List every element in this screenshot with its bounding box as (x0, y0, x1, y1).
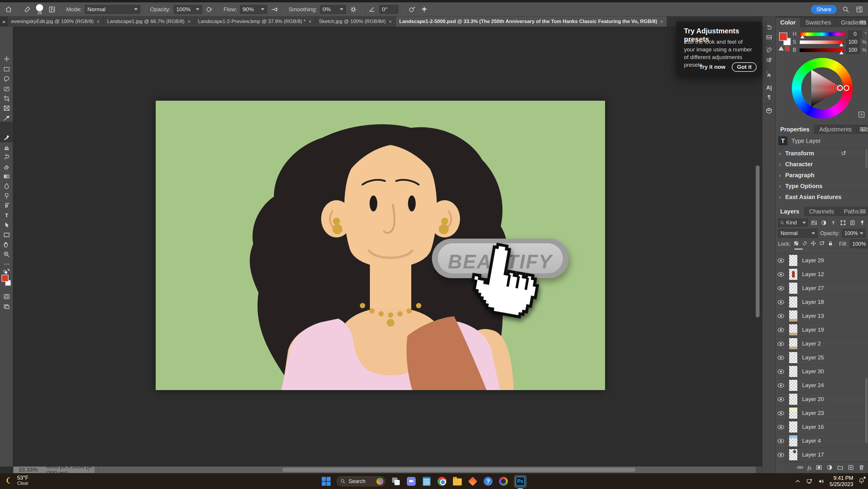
layer-name[interactable]: Layer 13 (802, 313, 824, 319)
layer-row[interactable]: Layer 24 (776, 379, 868, 392)
shape-tool[interactable] (0, 230, 13, 240)
status-chevron-right[interactable]: › (88, 466, 90, 473)
layer-row[interactable]: Layer 18 (776, 295, 868, 309)
path-selection-tool[interactable] (0, 220, 13, 230)
layer-row[interactable]: Layer 29 (776, 254, 868, 267)
horizontal-scrollbar[interactable] (282, 468, 636, 472)
tray-chevron-up-icon[interactable] (794, 478, 801, 485)
got-it-button[interactable]: Got it (732, 62, 756, 72)
weather-widget[interactable]: 53°F Clear (5, 475, 28, 486)
slider-value[interactable]: 100 (846, 46, 860, 54)
filter-adjustment-layers-icon[interactable] (820, 219, 827, 226)
pressure-size-icon[interactable] (408, 5, 417, 14)
layer-thumbnail[interactable] (789, 310, 798, 322)
visibility-eye-icon[interactable] (776, 337, 786, 351)
layer-name[interactable]: Layer 2 (802, 340, 821, 347)
panel-tab[interactable]: Swatches (801, 18, 836, 27)
layer-thumbnail[interactable] (789, 365, 798, 378)
layer-thumbnail[interactable] (789, 296, 798, 308)
teams-chat-button[interactable] (406, 476, 416, 486)
try-it-now-button[interactable]: Try it now (699, 64, 725, 70)
slider-marker[interactable] (839, 43, 843, 46)
marquee-tool[interactable] (0, 64, 13, 74)
filter-toggle-icon[interactable] (859, 219, 866, 226)
visibility-eye-icon[interactable] (776, 434, 786, 448)
visibility-eye-icon[interactable] (776, 406, 786, 420)
flow-dropdown[interactable]: 90% (240, 5, 267, 14)
pen-tool[interactable] (0, 201, 13, 210)
new-layer-icon[interactable] (848, 464, 854, 472)
layer-row[interactable]: Layer 12 (776, 267, 868, 282)
gear-icon[interactable] (349, 5, 358, 14)
properties-section[interactable]: › East Asian Features ↺ (776, 191, 868, 202)
notifications-bell-icon[interactable] (858, 477, 865, 485)
lock-pixels-icon[interactable] (802, 240, 808, 248)
character-panel-icon[interactable]: A| (763, 83, 776, 92)
get-help-button[interactable]: ? (483, 476, 493, 486)
type-tool[interactable]: T (0, 210, 13, 220)
creative-cloud-button[interactable] (498, 476, 508, 486)
history-brush-tool[interactable] (0, 152, 13, 162)
visibility-eye-icon[interactable] (776, 323, 786, 337)
layer-row[interactable]: Layer 23 (776, 406, 868, 420)
panel-tab[interactable]: Properties (776, 125, 814, 134)
slider-value[interactable]: 0 (848, 30, 862, 38)
foreground-color-swatch[interactable] (1, 274, 8, 282)
layer-row[interactable]: Layer 17 (776, 448, 868, 462)
chevron-right-icon[interactable]: › (779, 194, 781, 200)
lasso-tool[interactable] (0, 74, 13, 84)
slider-value[interactable]: 100 (846, 38, 860, 46)
screen-mode-toggle[interactable] (0, 302, 13, 312)
quick-mask-toggle[interactable] (0, 292, 13, 301)
layer-name[interactable]: Layer 4 (802, 437, 821, 444)
layer-name[interactable]: Layer 19 (802, 327, 824, 333)
adjustment-layer-icon[interactable] (826, 464, 833, 472)
panel-tab[interactable]: Channels (804, 207, 839, 216)
filter-type-layers-icon[interactable]: T (830, 219, 837, 226)
slider-track[interactable] (800, 40, 844, 44)
close-icon[interactable]: × (660, 19, 663, 25)
paint-symmetry-icon[interactable] (420, 5, 429, 14)
frame-tool[interactable] (0, 103, 13, 113)
chevron-right-icon[interactable]: › (779, 161, 781, 168)
layer-name[interactable]: Layer 24 (802, 382, 824, 389)
visibility-eye-icon[interactable] (776, 365, 786, 379)
panel-menu-icon[interactable] (860, 21, 866, 24)
brush-tool-preset-icon[interactable] (23, 5, 32, 14)
color-ring-selector[interactable] (843, 85, 849, 91)
visibility-eye-icon[interactable] (776, 309, 786, 323)
kind-filter-dropdown[interactable]: Kind (778, 219, 808, 227)
new-group-folder-icon[interactable] (837, 464, 843, 472)
layer-name[interactable]: Layer 23 (802, 410, 824, 416)
libraries-panel-icon[interactable] (763, 33, 776, 42)
paragraph-panel-icon[interactable]: ¶ (763, 93, 776, 102)
filter-shape-layers-icon[interactable] (840, 219, 846, 226)
default-swap-colors[interactable] (0, 267, 13, 274)
panel-menu-icon[interactable] (860, 128, 866, 131)
filter-pixel-layers-icon[interactable] (811, 219, 817, 226)
layer-name[interactable]: Layer 12 (802, 271, 824, 278)
chevron-right-icon[interactable]: › (779, 172, 781, 178)
document-canvas[interactable]: BEAUTIFY (156, 101, 605, 390)
mode-dropdown[interactable]: Normal (85, 5, 140, 14)
eraser-tool[interactable] (0, 162, 13, 171)
layer-thumbnail[interactable] (789, 421, 798, 433)
zoom-level[interactable]: 33.33% (19, 466, 37, 473)
layer-row[interactable]: Layer 2 (776, 337, 868, 351)
layer-thumbnail[interactable] (789, 352, 798, 363)
layer-name[interactable]: Layer 16 (802, 424, 824, 430)
visibility-eye-icon[interactable] (776, 295, 786, 309)
layer-thumbnail[interactable] (789, 282, 798, 294)
visibility-eye-icon[interactable] (776, 267, 786, 282)
layer-thumbnail[interactable] (789, 324, 798, 336)
layer-row[interactable]: Layer 4 (776, 434, 868, 448)
add-swatch-button[interactable]: + (859, 111, 864, 118)
properties-section[interactable]: › Character ↺ (776, 159, 868, 169)
properties-section[interactable]: › Paragraph ↺ (776, 169, 868, 181)
doc-tab-1[interactable]: eveningskyEdit.jpg @ 100% (RGB/8) × (8, 17, 104, 27)
doc-tab-active[interactable]: Landscape1-2-5000.psd @ 33.3% (The 250th… (396, 17, 667, 27)
cube-panel-icon[interactable] (763, 106, 776, 115)
share-button[interactable]: Share (811, 5, 837, 14)
filter-smart-objects-icon[interactable] (849, 219, 856, 226)
fill-field[interactable]: 100% (850, 239, 868, 248)
